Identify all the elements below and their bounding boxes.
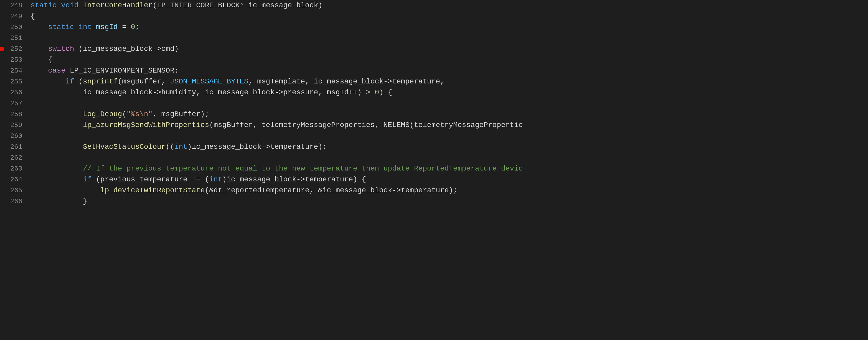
- line-num-260: 260: [4, 131, 22, 142]
- line-num-254: 254: [4, 65, 22, 76]
- line-num-258: 258: [4, 109, 22, 120]
- line-num-261: 261: [4, 142, 22, 152]
- line-num-265: 265: [4, 185, 22, 196]
- line-num-263: 263: [4, 163, 22, 174]
- code-line-266: }: [31, 196, 868, 207]
- line-num-259: 259: [4, 120, 22, 131]
- line-num-256: 256: [4, 87, 22, 98]
- line-num-255: 255: [4, 76, 22, 87]
- code-line-259: lp_azureMsgSendWithProperties(msgBuffer,…: [31, 120, 868, 131]
- code-line-255: if (snprintf(msgBuffer, JSON_MESSAGE_BYT…: [31, 76, 868, 87]
- code-line-263: // If the previous temperature not equal…: [31, 163, 868, 174]
- code-line-253: {: [31, 55, 868, 65]
- code-line-254: case LP_IC_ENVIRONMENT_SENSOR:: [31, 65, 868, 76]
- line-num-262: 262: [4, 152, 22, 163]
- code-line-252: switch (ic_message_block->cmd): [31, 43, 868, 55]
- code-line-261: SetHvacStatusColour((int)ic_message_bloc…: [31, 142, 868, 152]
- line-num-251: 251: [4, 33, 22, 43]
- code-line-250: static int msgId = 0;: [31, 22, 868, 33]
- code-line-257: [31, 98, 868, 109]
- code-line-248: static void InterCoreHandler(LP_INTER_CO…: [31, 0, 868, 11]
- line-num-257: 257: [4, 98, 22, 109]
- code-line-251: [31, 33, 868, 43]
- code-line-262: [31, 152, 868, 163]
- line-numbers: 248 249 250 251 252 253 254 255 256 257 …: [0, 0, 29, 340]
- line-num-249: 249: [4, 11, 22, 22]
- code-content: static void InterCoreHandler(LP_INTER_CO…: [29, 0, 868, 340]
- code-line-258: Log_Debug("%s\n", msgBuffer);: [31, 109, 868, 120]
- code-editor: 248 249 250 251 252 253 254 255 256 257 …: [0, 0, 868, 340]
- code-line-265: lp_deviceTwinReportState(&dt_reportedTem…: [31, 185, 868, 196]
- line-num-248: 248: [4, 0, 22, 11]
- line-num-264: 264: [4, 174, 22, 185]
- line-num-266: 266: [4, 196, 22, 207]
- breakpoint-indicator[interactable]: [0, 47, 4, 51]
- line-num-252: 252: [4, 43, 22, 55]
- code-line-256: ic_message_block->humidity, ic_message_b…: [31, 87, 868, 98]
- code-line-264: if (previous_temperature != (int)ic_mess…: [31, 174, 868, 185]
- line-num-253: 253: [4, 55, 22, 65]
- code-line-260: [31, 131, 868, 142]
- line-num-250: 250: [4, 22, 22, 33]
- code-line-249: {: [31, 11, 868, 22]
